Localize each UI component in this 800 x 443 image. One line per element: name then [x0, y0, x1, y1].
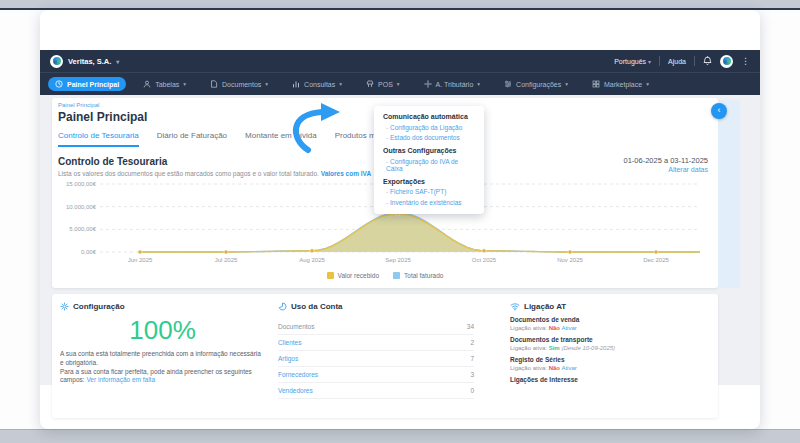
user-avatar[interactable] — [720, 55, 733, 68]
ligacao-at-title: Ligação AT — [524, 302, 566, 311]
section-title: Controlo de Tesouraria — [58, 156, 167, 167]
configuracao-text: A sua conta está totalmente preenchida c… — [60, 350, 265, 385]
ver-informacao-link[interactable]: Ver informação em falta — [86, 376, 155, 383]
dropdown-section-title: Outras Configurações — [383, 147, 475, 154]
divider — [659, 56, 660, 66]
bar-chart-icon — [292, 80, 300, 88]
menu-item-marketplace[interactable]: Marketplace▾ — [585, 77, 656, 91]
page-title: Painel Principal — [58, 110, 147, 124]
chevron-down-icon: ▾ — [477, 81, 480, 87]
usage-row-documentos: Documentos 34 — [278, 319, 474, 335]
tab-controlo-de-tesouraria[interactable]: Controlo de Tesouraria — [58, 131, 139, 147]
annotation-arrow-icon — [288, 98, 352, 156]
usage-row-vendedores[interactable]: Vendedores 0 — [278, 383, 474, 399]
svg-text:15.000,00€: 15.000,00€ — [66, 182, 97, 187]
breadcrumb[interactable]: Painel Principal — [58, 102, 99, 108]
dropdown-link-saft[interactable]: Ficheiro SAF-T(PT) — [383, 188, 475, 195]
help-link[interactable]: Ajuda — [668, 58, 686, 65]
svg-text:Jul 2025: Jul 2025 — [215, 257, 238, 263]
more-options-icon[interactable]: ⋮ — [741, 57, 750, 66]
legend-total-faturado[interactable]: Total faturado — [393, 272, 443, 279]
legend-swatch-yellow — [327, 272, 334, 279]
chevron-down-icon: ▾ — [565, 81, 568, 87]
notifications-bell-icon[interactable] — [703, 56, 712, 66]
top-navbar: Veritas, S.A. ▾ Português ▾ Ajuda ⋮ — [40, 50, 760, 72]
ligacao-at-card: Ligação AT Documentos de venda Ligação a… — [510, 302, 710, 383]
page-top-strip — [0, 0, 800, 10]
dropdown-link-estado-documentos[interactable]: Estado dos documentos — [383, 134, 475, 141]
company-logo-icon — [50, 55, 63, 68]
valores-com-iva-link[interactable]: Valores com IVA — [321, 170, 371, 177]
svg-text:Aug 2025: Aug 2025 — [299, 257, 325, 263]
menu-item-a-tributario[interactable]: A. Tributário▾ — [417, 77, 488, 91]
chevron-down-icon: ▾ — [116, 58, 119, 65]
main-menu: Painel Principal Tabelas▾ Documentos▾ Co… — [40, 72, 760, 95]
app-window: Veritas, S.A. ▾ Português ▾ Ajuda ⋮ Pain… — [40, 10, 760, 429]
company-name: Veritas, S.A. — [68, 57, 111, 66]
page-bottom-strip — [0, 429, 800, 443]
configuracao-card: Configuração 100% A sua conta está total… — [60, 302, 265, 385]
completion-percentage: 100% — [60, 315, 265, 346]
svg-text:Jun 2025: Jun 2025 — [128, 257, 153, 263]
ativar-link[interactable]: Ativar — [561, 365, 576, 371]
svg-text:10.000,00€: 10.000,00€ — [66, 204, 97, 210]
menu-item-consultas[interactable]: Consultas▾ — [285, 77, 349, 91]
gear-icon — [60, 302, 69, 311]
usage-row-clientes[interactable]: Clientes 2 — [278, 335, 474, 351]
status-note: (Desde 10-09-2025) — [561, 345, 615, 351]
ativar-link[interactable]: Ativar — [561, 325, 576, 331]
menu-item-configuracoes[interactable]: Configurações▾ — [497, 77, 575, 91]
document-icon — [210, 80, 218, 88]
pos-terminal-icon — [366, 80, 374, 88]
svg-text:Nov 2025: Nov 2025 — [557, 257, 583, 263]
language-selector[interactable]: Português ▾ — [614, 58, 651, 65]
menu-item-pos[interactable]: POS▾ — [359, 77, 407, 91]
grid-icon — [592, 80, 600, 88]
menu-item-documentos[interactable]: Documentos▾ — [203, 77, 275, 91]
usage-row-fornecedores[interactable]: Fornecedores 3 — [278, 367, 474, 383]
sliders-icon — [504, 80, 512, 88]
chart-legend: Valor recebido Total faturado — [52, 272, 718, 279]
change-dates-link[interactable]: Alterar datas — [668, 166, 708, 173]
pie-chart-icon — [278, 302, 287, 311]
configuracao-title: Configuração — [73, 302, 125, 311]
svg-text:Oct 2025: Oct 2025 — [472, 257, 497, 263]
a-tributario-dropdown: Comunicação automática Configuração da L… — [374, 106, 484, 214]
divider — [694, 56, 695, 66]
status-badge: Não — [549, 365, 560, 371]
dropdown-link-inventario[interactable]: Inventário de existências — [383, 199, 475, 206]
usage-row-artigos[interactable]: Artigos 7 — [278, 351, 474, 367]
clock-icon — [55, 80, 63, 88]
at-item-ligacoes-interesse: Ligações de Interesse — [510, 376, 710, 383]
chevron-down-icon: ▾ — [265, 81, 268, 87]
date-range: 01-06-2025 a 03-11-2025 — [623, 156, 708, 165]
svg-text:Dec 2025: Dec 2025 — [643, 257, 669, 263]
menu-item-painel-principal[interactable]: Painel Principal — [48, 77, 126, 91]
crosshair-icon — [424, 80, 432, 88]
chevron-left-icon: ‹ — [718, 105, 721, 115]
chevron-down-icon: ▾ — [648, 59, 651, 65]
uso-da-conta-card: Uso da Conta Documentos 34 Clientes 2 Ar… — [278, 302, 474, 399]
legend-valor-recebido[interactable]: Valor recebido — [327, 272, 379, 279]
at-item-documentos-transporte: Documentos de transporte Ligação ativa: … — [510, 336, 710, 351]
chevron-down-icon: ▾ — [397, 81, 400, 87]
menu-item-tabelas[interactable]: Tabelas▾ — [136, 77, 193, 91]
svg-text:0,00€: 0,00€ — [81, 249, 97, 255]
dropdown-section-title: Exportações — [383, 178, 475, 185]
summary-panel: Configuração 100% A sua conta está total… — [52, 294, 718, 418]
at-item-documentos-venda: Documentos de venda Ligação ativa: Não A… — [510, 316, 710, 331]
tab-diario-de-faturacao[interactable]: Diário de Faturação — [157, 131, 227, 147]
person-icon — [143, 80, 151, 88]
dashboard-tabs: Controlo de Tesouraria Diário de Faturaç… — [58, 131, 420, 147]
status-badge: Sim — [549, 345, 560, 351]
uso-da-conta-title: Uso da Conta — [291, 302, 343, 311]
dropdown-link-configuracao-ligacao[interactable]: Configuração da Ligação — [383, 124, 475, 131]
chevron-down-icon: ▾ — [646, 81, 649, 87]
collapsed-side-panel — [718, 100, 740, 288]
dropdown-link-iva-caixa[interactable]: Configuração do IVA de Caixa — [383, 158, 475, 172]
chevron-down-icon: ▾ — [339, 81, 342, 87]
company-switcher[interactable]: Veritas, S.A. ▾ — [50, 55, 119, 68]
side-panel-toggle-button[interactable]: ‹ — [711, 103, 727, 119]
section-description: Lista os valores dos documentos que estã… — [58, 170, 371, 177]
chevron-down-icon: ▾ — [183, 81, 186, 87]
